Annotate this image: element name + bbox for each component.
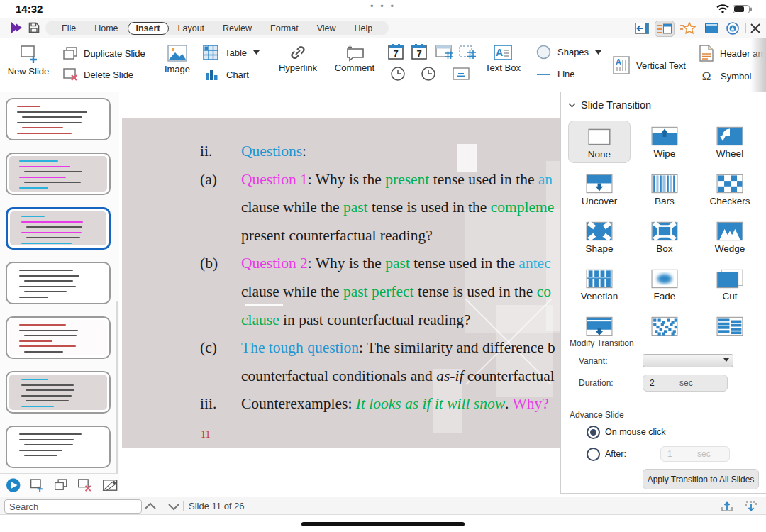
wps-logo-icon[interactable] xyxy=(11,22,24,33)
slide-number-icon[interactable] xyxy=(435,45,454,60)
symbol-button[interactable]: Ω Symbol xyxy=(699,69,751,83)
menu-tab-layout[interactable]: Layout xyxy=(169,22,214,35)
transition-label: Checkers xyxy=(709,196,750,206)
previous-slide-icon[interactable] xyxy=(144,502,157,510)
transition-venetian[interactable]: Venetian xyxy=(567,263,632,311)
compass-icon[interactable] xyxy=(723,21,742,35)
transition-none[interactable]: None xyxy=(568,121,631,163)
hyperlink-button[interactable]: Hyperlink xyxy=(275,45,321,73)
slide-line-4: present counterfactual reading? xyxy=(122,223,560,251)
play-slideshow-icon[interactable] xyxy=(6,477,21,493)
transition-comb[interactable] xyxy=(697,311,762,358)
header-footer-button[interactable]: Header an xyxy=(699,45,763,62)
new-slide-button[interactable]: New Slide xyxy=(7,43,50,77)
advance-slide-title: Advance Slide xyxy=(570,410,624,420)
home-indicator[interactable] xyxy=(301,522,465,526)
slide-thumbnail-7[interactable] xyxy=(6,426,111,468)
apply-transition-all-button[interactable]: Apply Transition to All Slides xyxy=(643,469,759,489)
transition-dissolve[interactable] xyxy=(632,311,697,358)
collapse-panel-icon[interactable] xyxy=(633,21,651,35)
slide-thumbnail-4[interactable] xyxy=(6,262,111,304)
transition-label: Bars xyxy=(655,196,675,206)
slide-canvas[interactable]: ii.Questions:(a)Question 1: Why is the p… xyxy=(119,92,560,497)
panel-header[interactable]: Slide Transition xyxy=(568,99,651,111)
transition-wedge[interactable]: Wedge xyxy=(697,216,762,263)
notes-icon[interactable] xyxy=(102,478,118,492)
after-field[interactable]: 1 sec xyxy=(660,446,730,462)
shapes-dropdown-icon[interactable] xyxy=(595,50,601,55)
next-slide-icon[interactable] xyxy=(167,503,180,511)
menu-tab-view[interactable]: View xyxy=(308,22,345,35)
vertical-text-button[interactable]: A Vertical Text xyxy=(613,56,686,74)
slide-thumbnail-3[interactable] xyxy=(6,207,111,250)
save-icon[interactable] xyxy=(28,22,40,33)
text-segment: antec xyxy=(518,255,550,272)
transition-fade[interactable]: Fade xyxy=(632,263,697,311)
delete-slide-small-icon[interactable] xyxy=(77,478,93,492)
fit-screen-icon[interactable] xyxy=(745,501,757,512)
menu-tab-format[interactable]: Format xyxy=(261,22,308,35)
transition-cover[interactable] xyxy=(567,311,632,358)
transition-wipe[interactable]: Wipe xyxy=(632,121,697,168)
date-icon[interactable]: 7 xyxy=(387,43,404,60)
on-mouse-click-radio[interactable] xyxy=(587,426,600,439)
menu-tab-help[interactable]: Help xyxy=(345,22,382,35)
transition-shape[interactable]: Shape xyxy=(567,216,632,263)
image-button[interactable]: Image xyxy=(162,45,193,74)
window-icon[interactable] xyxy=(702,21,721,35)
slide-line-text: counterfactual conditionals and as-if co… xyxy=(241,363,560,385)
slide-thumbnail-5[interactable] xyxy=(6,316,111,359)
thumbnail-preview xyxy=(9,101,107,137)
chart-button[interactable]: Chart xyxy=(204,67,249,82)
box-transition-icon xyxy=(651,221,678,241)
duplicate-slide-small-icon[interactable] xyxy=(53,478,68,492)
shapes-label: Shapes xyxy=(557,47,589,57)
variant-select[interactable] xyxy=(643,354,733,367)
delete-slide-button[interactable]: Delete Slide xyxy=(62,67,133,82)
transition-label: None xyxy=(588,149,611,160)
slide-thumbnail-1[interactable] xyxy=(6,98,111,140)
slide-text-block[interactable]: ii.Questions:(a)Question 1: Why is the p… xyxy=(122,138,560,419)
header-footer-label: Header an xyxy=(720,48,763,59)
shapes-button[interactable]: Shapes xyxy=(536,45,601,60)
multitask-dots-icon[interactable]: • • • xyxy=(370,1,396,11)
sidebar-scrollbar[interactable] xyxy=(116,301,118,482)
transition-label: Wheel xyxy=(716,148,743,159)
line-button[interactable]: Line xyxy=(536,69,575,79)
search-input[interactable] xyxy=(4,499,142,514)
transition-wheel[interactable]: Wheel xyxy=(697,121,762,168)
text-box-button[interactable]: A Text Box xyxy=(481,45,525,73)
time-icon[interactable] xyxy=(390,66,406,82)
duration-field[interactable]: 2 sec xyxy=(643,375,728,392)
effects-star-icon[interactable] xyxy=(679,21,697,35)
menu-tab-insert[interactable]: Insert xyxy=(128,22,169,35)
object-number-icon[interactable] xyxy=(458,45,477,60)
on-mouse-click-label: On mouse click xyxy=(605,427,665,437)
transition-bars[interactable]: Bars xyxy=(632,168,697,216)
menu-tab-review[interactable]: Review xyxy=(213,22,261,35)
add-slide-icon[interactable] xyxy=(29,478,44,492)
table-dropdown-icon[interactable] xyxy=(253,50,260,55)
current-slide[interactable]: ii.Questions:(a)Question 1: Why is the p… xyxy=(122,118,560,448)
slide-thumbnail-6[interactable] xyxy=(6,371,111,414)
text-segment: Question 1 xyxy=(241,171,308,188)
menu-tab-home[interactable]: Home xyxy=(85,22,127,35)
task-pane-icon[interactable] xyxy=(655,21,675,37)
transition-checkers[interactable]: Checkers xyxy=(697,168,762,216)
date-alt-icon[interactable]: 7 xyxy=(411,43,428,60)
footer-icon[interactable] xyxy=(453,67,470,80)
table-button[interactable]: Table xyxy=(203,45,260,60)
transition-uncover[interactable]: Uncover xyxy=(567,168,632,216)
move-up-level-icon[interactable] xyxy=(721,501,733,512)
comment-button[interactable]: Comment xyxy=(332,45,377,73)
transition-box[interactable]: Box xyxy=(632,216,697,263)
text-segment: Questions xyxy=(241,143,302,160)
transition-cut[interactable]: Cut xyxy=(697,263,762,311)
duplicate-slide-button[interactable]: Duplicate Slide xyxy=(62,46,145,60)
close-icon[interactable] xyxy=(746,21,765,35)
time-alt-icon[interactable] xyxy=(421,66,436,82)
transition-label: Wipe xyxy=(654,148,676,159)
slide-thumbnail-2[interactable] xyxy=(6,153,111,195)
after-radio[interactable] xyxy=(587,448,600,461)
menu-tab-file[interactable]: File xyxy=(52,22,85,35)
